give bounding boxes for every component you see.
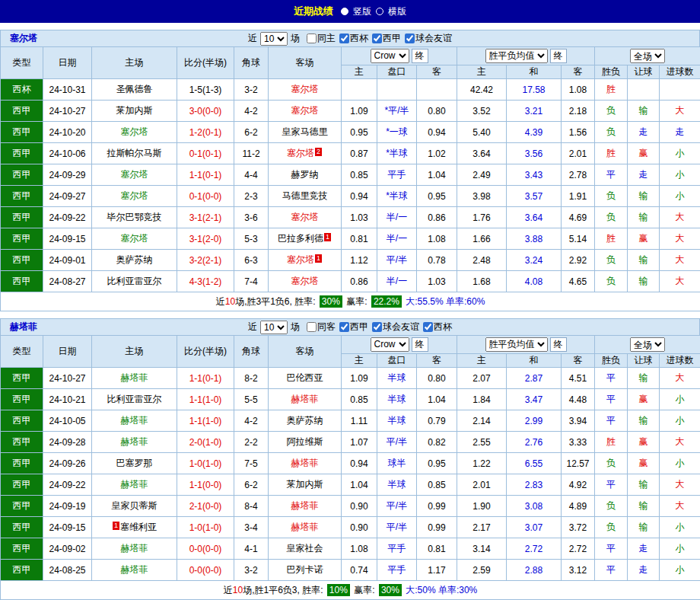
table-row: 西甲24-10-05赫塔菲1-1(1-0)4-2奥萨苏纳1.11半球0.792.… xyxy=(1,410,700,432)
avg-odds-header: 胜平负均值终 xyxy=(457,47,595,65)
avg-odds-select[interactable]: 胜平负均值 xyxy=(485,337,548,352)
layout-radio-horizontal-icon[interactable] xyxy=(376,8,383,15)
col-odds-line: 盘口 xyxy=(377,354,417,368)
filter-checkbox[interactable] xyxy=(339,34,349,43)
league-cell: 西甲 xyxy=(1,271,43,292)
away-team-cell: 赫塔菲 xyxy=(269,453,342,474)
final-odds-button[interactable]: 终 xyxy=(412,337,428,352)
avg-home-cell: 2.48 xyxy=(457,250,507,271)
date-cell: 24-10-21 xyxy=(43,389,92,410)
filter-checkbox-text: 球会友谊 xyxy=(383,321,419,334)
col-type: 类型 xyxy=(1,336,43,368)
final-avg-button[interactable]: 终 xyxy=(550,337,567,352)
filter-checkbox-label[interactable]: 西甲 xyxy=(372,32,401,45)
final-avg-button[interactable]: 终 xyxy=(550,49,567,63)
avg-away-cell: 4.92 xyxy=(562,474,595,496)
team-name-text: 赫塔菲 xyxy=(291,522,319,532)
avg-odds-select[interactable]: 胜平负均值 xyxy=(485,49,548,63)
filter-checkbox[interactable] xyxy=(405,34,415,43)
score-cell: 3-2(2-1) xyxy=(177,250,234,271)
team-name-text: 阿拉维斯 xyxy=(287,436,323,447)
score-cell: 3-1(2-1) xyxy=(177,207,234,228)
team-name-text: 塞尔塔 xyxy=(287,254,314,265)
avg-draw-cell: 3.08 xyxy=(507,496,562,517)
odds-home-cell: 1.03 xyxy=(342,207,377,228)
table-row: 西甲24-09-19皇家贝蒂斯2-1(0-0)8-4赫塔菲0.90平/半0.99… xyxy=(1,496,700,517)
result-cell: 负 xyxy=(595,122,628,143)
odds-source-select[interactable]: Crow xyxy=(371,337,409,352)
odds-home-cell: 0.86 xyxy=(342,271,377,292)
filter-checkbox-label[interactable]: 同客 xyxy=(307,321,336,334)
avg-draw-cell: 2.87 xyxy=(507,368,562,389)
odds-line-cell: 平手 xyxy=(377,560,417,581)
layout-option-vertical[interactable]: 竖版 xyxy=(353,5,371,18)
odds-home-cell: 0.74 xyxy=(342,560,377,581)
league-cell: 西甲 xyxy=(1,207,43,228)
score-cell: 1-1(0-1) xyxy=(177,164,234,186)
handicap-result-cell: 赢 xyxy=(628,432,660,453)
scope-select[interactable]: 全场 xyxy=(630,49,665,63)
scope-select[interactable]: 全场 xyxy=(630,337,665,352)
avg-home-cell: 1.22 xyxy=(457,453,507,474)
avg-draw-cell: 3.07 xyxy=(507,517,562,538)
odds-home-cell: 0.95 xyxy=(342,122,377,143)
filter-checkbox[interactable] xyxy=(423,322,433,332)
score-cell: 0-0(0-0) xyxy=(177,560,234,581)
odds-away-cell: 0.95 xyxy=(417,186,457,207)
col-date: 日期 xyxy=(43,47,92,79)
avg-away-cell: 3.94 xyxy=(562,410,595,432)
filter-checkbox[interactable] xyxy=(372,34,382,43)
filter-checkbox-label[interactable]: 球会友谊 xyxy=(405,32,452,45)
avg-home-cell: 5.40 xyxy=(457,122,507,143)
handicap-result-cell: 赢 xyxy=(628,228,660,250)
filter-checkbox[interactable] xyxy=(307,322,317,332)
avg-home-cell: 1.76 xyxy=(457,207,507,228)
goals-result-cell: 小 xyxy=(660,164,700,186)
topbar: 近期战绩 竖版 横版 xyxy=(0,0,700,23)
date-cell: 24-10-05 xyxy=(43,410,92,432)
team-section-header: 塞尔塔 近 10 场 同主西杯西甲球会友谊 xyxy=(0,30,700,46)
odds-source-select[interactable]: Crow xyxy=(371,49,409,63)
filter-checkbox-label[interactable]: 同主 xyxy=(307,32,336,45)
layout-option-horizontal[interactable]: 横版 xyxy=(388,5,406,18)
result-cell: 平 xyxy=(595,410,628,432)
team-name-text: 塞尔塔 xyxy=(291,84,319,94)
goals-result-cell: 大 xyxy=(660,432,700,453)
result-cell: 胜 xyxy=(595,143,628,164)
league-cell: 西甲 xyxy=(1,143,43,164)
odds-away-cell: 0.99 xyxy=(417,517,457,538)
corner-cell: 3-2 xyxy=(234,560,269,581)
team-name-text: 皇家社会 xyxy=(287,543,323,554)
filter-checkbox[interactable] xyxy=(339,322,349,332)
filter-checkbox-label[interactable]: 西杯 xyxy=(423,321,452,334)
team-name: 塞尔塔 xyxy=(1,32,37,45)
filter-checkbox[interactable] xyxy=(307,34,317,43)
home-team-cell: 赫塔菲 xyxy=(92,432,177,453)
home-team-cell: 塞尔塔 xyxy=(92,228,177,250)
layout-radio-vertical-icon[interactable] xyxy=(341,8,348,15)
away-team-cell: 塞尔塔 xyxy=(269,101,342,122)
filter-checkbox-label[interactable]: 西甲 xyxy=(339,321,368,334)
summary-row: 近10场,胜1平6负3, 胜率: 10% 赢率: 30% 大:50% 单率:30… xyxy=(1,581,700,600)
matches-table: 类型 日期 主场 比分(半场) 角球 客场 Crow终 胜平负均值终 全场 主 … xyxy=(0,335,700,600)
odds-home-cell: 0.94 xyxy=(342,186,377,207)
handicap-result-cell: 走 xyxy=(628,538,660,560)
col-corner: 角球 xyxy=(234,336,269,368)
corner-cell: 3-4 xyxy=(234,517,269,538)
filter-checkbox-text: 同主 xyxy=(317,32,336,45)
final-odds-button[interactable]: 终 xyxy=(412,49,428,63)
avg-away-cell: 2.18 xyxy=(562,101,595,122)
avg-home-cell: 1.66 xyxy=(457,228,507,250)
odds-away-cell: 1.03 xyxy=(417,271,457,292)
score-cell: 0-1(0-1) xyxy=(177,143,234,164)
match-count-select[interactable]: 10 xyxy=(260,32,288,46)
goals-result-cell: 走 xyxy=(660,122,700,143)
filter-checkbox-group: 同客西甲球会友谊西杯 xyxy=(303,321,452,334)
team-name-text: 赫塔菲 xyxy=(291,500,319,511)
filter-checkbox-label[interactable]: 球会友谊 xyxy=(372,321,419,334)
match-count-select[interactable]: 10 xyxy=(260,321,288,334)
avg-draw-cell: 2.99 xyxy=(507,410,562,432)
date-cell: 24-10-27 xyxy=(43,101,92,122)
filter-checkbox[interactable] xyxy=(372,322,382,332)
filter-checkbox-label[interactable]: 西杯 xyxy=(339,32,368,45)
